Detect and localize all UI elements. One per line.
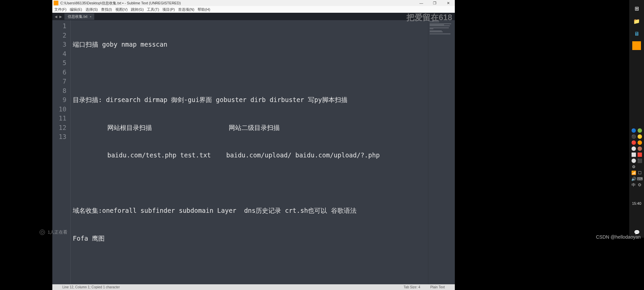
gutter: 1 2 3 4 5 6 7 8 9 10 11 12 13 (52, 20, 71, 284)
tray-icon[interactable]: ⌨ (637, 176, 642, 182)
dirty-indicator-icon: ● (90, 15, 92, 18)
code-content[interactable]: 端口扫描 goby nmap messcan 目录扫描: dirsearch d… (71, 20, 428, 284)
menu-preferences[interactable]: 首选项(N) (178, 7, 194, 12)
sublime-icon (54, 1, 58, 5)
tray-icon[interactable]: 🟢 (637, 128, 642, 133)
taskbar-app-icon[interactable]: 📁 (631, 16, 642, 27)
viewer-count-overlay: 1人正在看 (40, 229, 67, 235)
tray-icon[interactable]: ⬛ (637, 158, 642, 163)
system-tray: 🔵 🟢 ⚫ 🟡 🔴 🟠 ⚪ 🟤 ⬜ 🟥 ⚪ ⬛ (629, 128, 644, 205)
volume-icon[interactable]: 🔊 (631, 176, 636, 182)
menu-help[interactable]: 帮助(H) (198, 7, 210, 12)
nav-forward-icon[interactable]: ▶ (58, 14, 63, 19)
line-number: 13 (52, 132, 66, 142)
menu-goto[interactable]: 跳转(G) (131, 7, 144, 12)
viewer-count-text: 1人正在看 (48, 229, 67, 235)
editor-area[interactable]: 1 2 3 4 5 6 7 8 9 10 11 12 13 端口扫描 goby … (52, 20, 455, 284)
menu-file[interactable]: 文件(F) (54, 7, 66, 12)
code-line (73, 261, 428, 271)
line-number: 12 (52, 123, 66, 133)
status-bar: Line 12, Column 1; Copied 1 character Ta… (52, 284, 455, 290)
line-number: 7 (52, 77, 66, 86)
tray-icon[interactable]: ☐ (637, 170, 642, 176)
minimize-button[interactable]: — (415, 0, 428, 6)
wifi-icon[interactable]: 📶 (631, 170, 636, 176)
status-position[interactable]: Line 12, Column 1; Copied 1 character (62, 285, 404, 289)
tab-active[interactable]: 信息收集.txt ● (64, 13, 94, 20)
code-line: baidu.com/test.php test.txt baidu.com/up… (73, 151, 428, 160)
code-line (73, 179, 428, 188)
line-number: 2 (52, 31, 66, 40)
taskbar-clock[interactable]: 15:40 (632, 201, 641, 205)
start-button-icon[interactable]: ⊞ (631, 3, 642, 14)
tray-icon[interactable]: ⚪ (631, 158, 636, 163)
line-number: 11 (52, 114, 66, 123)
status-tab-size[interactable]: Tab Size: 4 (404, 285, 420, 289)
menu-find[interactable]: 查找(I) (101, 7, 112, 12)
tray-icon[interactable]: 🟥 (637, 152, 642, 157)
taskbar-app-icon[interactable]: 🖥 (631, 29, 642, 39)
line-number: 6 (52, 68, 66, 77)
tray-icon[interactable]: 🟤 (637, 146, 642, 151)
line-number: 4 (52, 49, 66, 59)
line-number: 9 (52, 95, 66, 105)
code-line: 网站根目录扫描 网站二级目录扫描 (73, 123, 428, 133)
menu-select[interactable]: 选择(S) (86, 7, 98, 12)
minimap[interactable] (428, 20, 455, 284)
tray-icon[interactable]: ⬜ (631, 152, 636, 157)
tray-icon[interactable]: ⚙ (631, 164, 636, 170)
code-line: Fofa 鹰图 (73, 234, 428, 243)
line-number: 10 (52, 105, 66, 114)
status-syntax[interactable]: Plain Text (430, 285, 445, 289)
tray-icon[interactable]: 🟠 (637, 140, 642, 145)
tray-icon[interactable]: 🟡 (637, 134, 642, 139)
menu-view[interactable]: 视图(V) (115, 7, 128, 12)
line-number: 3 (52, 40, 66, 49)
taskbar-sublime-icon[interactable] (632, 41, 641, 50)
menu-edit[interactable]: 编辑(E) (70, 7, 82, 12)
code-line: 域名收集:oneforall subfinder subdomain Layer… (73, 206, 428, 215)
line-number: 1 (52, 21, 66, 31)
nav-back-icon[interactable]: ◀ (54, 14, 58, 19)
tray-icon[interactable]: 🔵 (631, 128, 636, 133)
title-bar[interactable]: C:\Users\86135\Desktop\信息收集.txt • - Subl… (52, 0, 455, 6)
menu-project[interactable]: 项目(P) (162, 7, 175, 12)
menu-tools[interactable]: 工具(T) (147, 7, 159, 12)
sublime-text-window: C:\Users\86135\Desktop\信息收集.txt • - Subl… (52, 0, 455, 290)
window-title: C:\Users\86135\Desktop\信息收集.txt • - Subl… (60, 1, 181, 6)
tab-bar: ◀ ▶ 信息收集.txt ● (52, 13, 455, 20)
tray-icon[interactable]: ⚫ (631, 134, 636, 139)
tab-label: 信息收集.txt (68, 14, 88, 19)
code-line (73, 68, 428, 77)
line-number: 8 (52, 86, 66, 96)
watermark-text: 把爱留在618 (407, 12, 452, 23)
code-line: 端口扫描 goby nmap messcan (73, 40, 428, 49)
tray-icon[interactable]: ⯐ (637, 182, 642, 188)
ime-icon[interactable]: 中 (631, 182, 636, 188)
close-button[interactable]: ✕ (441, 0, 455, 6)
line-number: 5 (52, 58, 66, 68)
tray-icon[interactable]: ⚪ (631, 146, 636, 151)
code-line: 目录扫描: dirsearch dirmap 御剑-gui界面 gobuster… (73, 95, 428, 105)
menu-bar: 文件(F) 编辑(E) 选择(S) 查找(I) 视图(V) 跳转(G) 工具(T… (52, 6, 455, 13)
tray-icon[interactable]: 🔴 (631, 140, 636, 145)
tray-icon[interactable] (637, 164, 642, 170)
maximize-button[interactable]: ❐ (428, 0, 441, 6)
csdn-watermark: CSDN @hellodaoyan (596, 234, 641, 240)
viewer-icon (40, 230, 45, 235)
